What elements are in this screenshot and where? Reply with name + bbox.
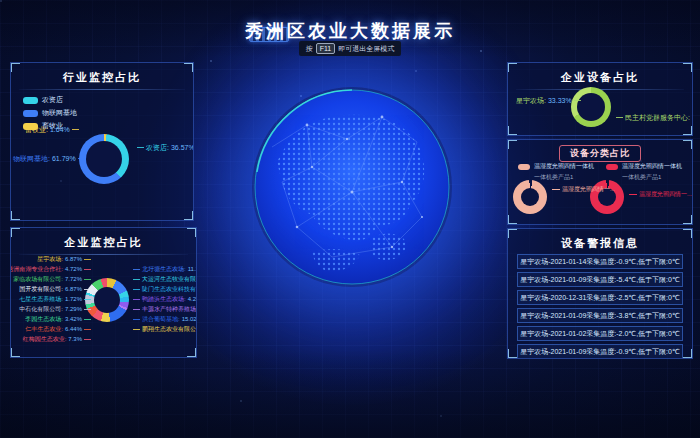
chart-label: 仁丰生态农业: 6.44% bbox=[25, 325, 93, 334]
tip-suffix: 即可退出全屏模式 bbox=[338, 44, 394, 54]
globe-graphic bbox=[252, 87, 452, 287]
leader-line bbox=[133, 299, 140, 300]
dashboard: 秀洲区农业大数据展示 按 F11 即可退出全屏模式 行业监控占比 农资店 物联网… bbox=[0, 0, 700, 438]
legend-item: 一体机类产品1 bbox=[606, 173, 682, 182]
alarm-text: 星宇农场-2021-01-09采集温度:-0.9℃,低于下限:0℃ bbox=[520, 347, 680, 357]
legend-label: 物联网基地 bbox=[42, 108, 77, 118]
panel-title: 行业监控占比 bbox=[11, 63, 193, 89]
tip-prefix: 按 bbox=[306, 44, 313, 54]
chart-label: 家临农场有限公司: 7.72% bbox=[13, 275, 93, 284]
panel-title: 企业设备占比 bbox=[508, 63, 692, 89]
alarm-row: 星宇农场-2021-01-14采集温度:-0.9℃,低于下限:0℃ bbox=[517, 254, 683, 269]
background-stars bbox=[0, 0, 2, 2]
alarm-text: 星宇农场-2021-01-09采集温度:-3.8℃,低于下限:0℃ bbox=[520, 311, 680, 321]
legend-swatch bbox=[23, 97, 38, 104]
alarm-row: 星宇农场-2020-12-31采集温度:-2.5℃,低于下限:0℃ bbox=[517, 290, 683, 305]
alarm-text: 星宇农场-2021-01-02采集温度:-2.0℃,低于下限:0℃ bbox=[520, 329, 680, 339]
enterprise-right-labels: 北圩塘生态农场: 11.16% 大运河生态牧业有限责任公 陡门生态农业科技有限公… bbox=[131, 265, 195, 334]
panel-device-alarms: 设备警报信息 星宇农场-2021-01-14采集温度:-0.9℃,低于下限:0℃… bbox=[507, 228, 693, 359]
panel-title: 设备警报信息 bbox=[508, 229, 692, 255]
panel-title: 设备分类占比 bbox=[559, 145, 641, 162]
chart-label: 丰源水产特种养殖场: 1. bbox=[131, 305, 197, 314]
leader-line bbox=[84, 339, 91, 340]
panel-enterprise-monitor: 企业监控占比 星宇农场: 6.87% 秀洲南湖专业合作社: 4.72% 家临农场… bbox=[10, 227, 197, 358]
label-livestock: 畜牧业: 1.64% bbox=[25, 125, 81, 134]
leader-line bbox=[133, 309, 140, 310]
donut-hole bbox=[521, 188, 539, 206]
leader-line bbox=[133, 279, 140, 280]
chart-label: 中石化有限公司: 7.29% bbox=[19, 305, 93, 314]
donut-hole bbox=[86, 141, 122, 177]
leader-line bbox=[84, 269, 91, 270]
legend-item: 物联网基地 bbox=[23, 108, 77, 118]
chart-label: 陡门生态农业科技有限公 bbox=[131, 285, 197, 294]
legend-item: 温湿度光照四情一体机 bbox=[606, 162, 682, 171]
label-xingyu-farm: 星宇农场: 33.33% bbox=[516, 96, 583, 105]
chart-label: 星宇农场: 6.87% bbox=[37, 255, 93, 264]
fullscreen-tip-bar: 按 F11 即可退出全屏模式 bbox=[0, 41, 700, 56]
alarm-row: 星宇农场-2021-01-09采集温度:-5.4℃,低于下限:0℃ bbox=[517, 272, 683, 287]
leader-line bbox=[574, 100, 581, 101]
chart-label: 洪合葡萄基地: 15.02% bbox=[131, 315, 197, 324]
legend-swatch bbox=[518, 164, 530, 170]
label-store: 农资店: 36.57% bbox=[135, 143, 194, 152]
globe-svg bbox=[252, 87, 452, 287]
leader-line bbox=[616, 117, 623, 118]
enterprise-left-labels: 星宇农场: 6.87% 秀洲南湖专业合作社: 4.72% 家临农场有限公司: 7… bbox=[11, 255, 93, 344]
leader-line bbox=[84, 299, 91, 300]
leader-line bbox=[78, 158, 85, 159]
panel-device-share: 企业设备占比 星宇农场: 33.33% 民主村党群服务中心: bbox=[507, 62, 693, 136]
alarm-text: 星宇农场-2020-12-31采集温度:-2.5℃,低于下限:0℃ bbox=[520, 293, 680, 303]
chart-label: 北圩塘生态农场: 11.16% bbox=[131, 265, 197, 274]
leader-line bbox=[84, 259, 91, 260]
legend-item: 农资店 bbox=[23, 95, 77, 105]
panel-device-classification: 设备分类占比 温湿度光照四情一体机 一体机类产品1 温湿度光照四情一体机 一体机… bbox=[507, 139, 693, 225]
legend-item: 温湿度光照四情一体机 bbox=[518, 162, 594, 171]
alarm-text: 星宇农场-2021-01-14采集温度:-0.9℃,低于下限:0℃ bbox=[520, 257, 680, 267]
chart-label: 国开发有限公司: 6.87% bbox=[19, 285, 93, 294]
classification-right-callout: 温湿度光照四情一... bbox=[629, 190, 692, 199]
f11-key: F11 bbox=[316, 43, 336, 54]
leader-line bbox=[72, 129, 79, 130]
alarm-row: 星宇农场-2021-01-09采集温度:-3.8℃,低于下限:0℃ bbox=[517, 308, 683, 323]
chart-label: 鸭踏浜生态农场: 4.29 bbox=[131, 295, 197, 304]
legend-label: 农资店 bbox=[42, 95, 63, 105]
leader-line bbox=[133, 319, 140, 320]
label-minzhu-center: 民主村党群服务中心: bbox=[614, 113, 692, 122]
legend-swatch bbox=[606, 164, 618, 170]
classification-left-callout: 温湿度光照四情一... bbox=[552, 185, 615, 194]
chart-label: 大运河生态牧业有限责任公 bbox=[131, 275, 197, 284]
fullscreen-tip: 按 F11 即可退出全屏模式 bbox=[299, 41, 402, 56]
leader-line bbox=[84, 289, 91, 290]
alarm-text: 星宇农场-2021-01-09采集温度:-5.4℃,低于下限:0℃ bbox=[520, 275, 680, 285]
legend-swatch bbox=[23, 110, 38, 117]
leader-line bbox=[133, 269, 140, 270]
donut-hole bbox=[94, 287, 120, 313]
leader-line bbox=[84, 319, 91, 320]
alarm-list: 星宇农场-2021-01-14采集温度:-0.9℃,低于下限:0℃ 星宇农场-2… bbox=[517, 254, 683, 359]
panel-industry-monitor: 行业监控占比 农资店 物联网基地 畜牧业 畜牧业: 1.64% bbox=[10, 62, 194, 221]
chart-label: 红梅园生态农业: 7.3% bbox=[23, 335, 93, 344]
leader-line bbox=[84, 329, 91, 330]
leader-line bbox=[84, 309, 91, 310]
leader-line bbox=[137, 147, 144, 148]
alarm-row: 星宇农场-2021-01-09采集温度:-0.9℃,低于下限:0℃ bbox=[517, 344, 683, 359]
classification-left-legend: 温湿度光照四情一体机 一体机类产品1 bbox=[518, 162, 594, 182]
classification-right-legend: 温湿度光照四情一体机 一体机类产品1 bbox=[606, 162, 682, 182]
panel-title: 企业监控占比 bbox=[11, 228, 196, 254]
page-title: 秀洲区农业大数据展示 bbox=[0, 19, 700, 43]
leader-line bbox=[84, 279, 91, 280]
classification-left-donut bbox=[513, 180, 547, 214]
alarm-row: 星宇农场-2021-01-02采集温度:-2.0℃,低于下限:0℃ bbox=[517, 326, 683, 341]
leader-line bbox=[133, 289, 140, 290]
chart-label: 七星生态养殖场: 1.72% bbox=[19, 295, 93, 304]
chart-label: 李园生态农场: 3.42% bbox=[25, 315, 93, 324]
chart-label: 秀洲南湖专业合作社: 4.72% bbox=[10, 265, 93, 274]
leader-line bbox=[133, 329, 140, 330]
title-divider bbox=[19, 89, 185, 90]
device-donut-chart bbox=[571, 87, 611, 127]
chart-label: 鹏翔生态农业有限公司: 6.87 bbox=[131, 325, 197, 334]
label-iot-base: 物联网基地: 61.79% bbox=[13, 154, 87, 163]
